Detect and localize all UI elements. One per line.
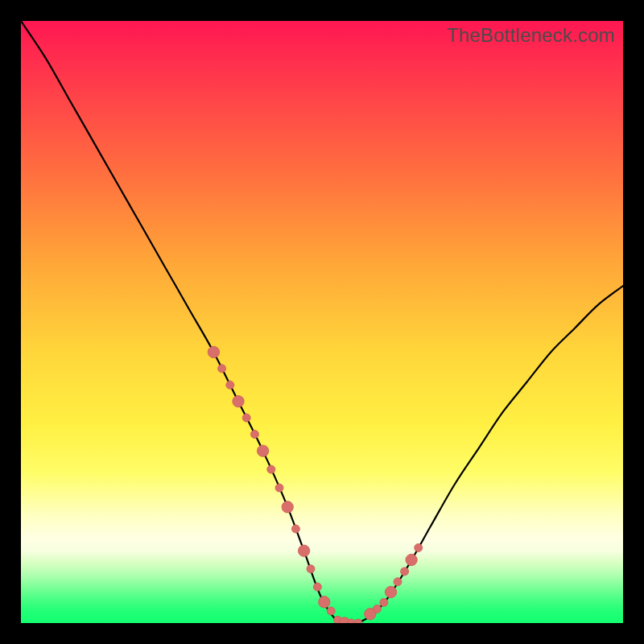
curve-marker xyxy=(282,502,293,513)
curve-marker xyxy=(242,414,250,422)
curve-svg xyxy=(21,21,623,623)
curve-marker xyxy=(233,395,244,407)
curve-marker xyxy=(275,484,283,492)
curve-marker xyxy=(365,609,376,620)
curve-marker xyxy=(339,617,350,623)
curve-marker xyxy=(380,598,388,606)
watermark-text: TheBottleneck.com xyxy=(447,24,615,47)
curve-marker xyxy=(401,568,409,576)
curve-marker xyxy=(218,365,226,373)
curve-marker xyxy=(208,346,219,357)
curve-marker xyxy=(394,578,402,586)
curve-marker xyxy=(334,616,342,623)
curve-marker xyxy=(226,381,234,389)
curve-marker xyxy=(385,586,396,597)
curve-marker xyxy=(291,525,299,533)
curve-marker xyxy=(373,605,381,613)
curve-marker xyxy=(307,565,315,573)
curve-marker xyxy=(354,619,362,623)
curve-marker xyxy=(267,465,275,473)
bottleneck-curve-path xyxy=(21,21,623,623)
curve-marker xyxy=(250,430,258,438)
curve-marker xyxy=(298,545,309,556)
curve-marker xyxy=(257,445,268,456)
curve-marker xyxy=(415,544,423,552)
curve-marker xyxy=(327,607,335,615)
curve-marker xyxy=(313,583,321,591)
curve-marker xyxy=(300,547,308,555)
plot-area: TheBottleneck.com xyxy=(21,21,623,623)
curve-marker xyxy=(406,554,417,565)
chart-frame: TheBottleneck.com xyxy=(0,0,644,644)
curve-markers xyxy=(208,346,423,623)
curve-marker xyxy=(319,597,330,608)
curve-marker xyxy=(348,619,356,623)
